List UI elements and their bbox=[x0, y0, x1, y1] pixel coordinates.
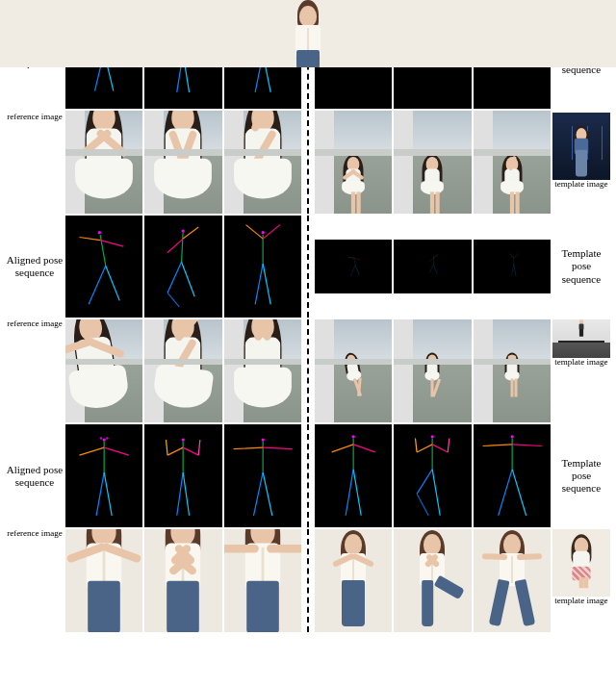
svg-line-72 bbox=[513, 254, 518, 258]
svg-line-42 bbox=[79, 237, 100, 240]
ref-caption: reference image bbox=[6, 113, 64, 122]
tmpl-block-2: template image bbox=[552, 319, 610, 368]
svg-line-63 bbox=[350, 266, 355, 276]
svg-line-64 bbox=[355, 266, 359, 275]
svg-line-99 bbox=[353, 445, 374, 452]
aligned-output-2-2 bbox=[144, 319, 221, 422]
aligned-pose-2-1 bbox=[65, 216, 142, 318]
example-2-pose-row: Aligned pose sequence bbox=[6, 216, 610, 318]
template-pose-3-3 bbox=[474, 424, 551, 527]
template-output-2-3 bbox=[474, 319, 551, 422]
svg-line-85 bbox=[167, 440, 168, 455]
svg-line-50 bbox=[167, 262, 181, 293]
svg-line-62 bbox=[354, 258, 361, 260]
template-output-1-1 bbox=[315, 111, 392, 214]
aligned-pose-3-2 bbox=[144, 424, 221, 527]
svg-line-93 bbox=[263, 447, 293, 449]
svg-line-110 bbox=[432, 470, 440, 516]
svg-line-52 bbox=[182, 262, 195, 296]
svg-line-89 bbox=[183, 472, 189, 516]
aligned-label-2: Aligned pose sequence bbox=[6, 254, 64, 279]
template-output-2-1 bbox=[315, 319, 392, 422]
svg-line-105 bbox=[416, 439, 418, 452]
svg-point-53 bbox=[182, 229, 185, 232]
svg-line-51 bbox=[167, 293, 179, 306]
svg-line-84 bbox=[167, 447, 183, 455]
template-pose-3-1 bbox=[315, 424, 392, 527]
svg-line-79 bbox=[104, 472, 112, 516]
svg-line-108 bbox=[417, 470, 432, 495]
svg-point-90 bbox=[182, 439, 185, 442]
svg-line-109 bbox=[417, 495, 428, 516]
aligned-output-1-2 bbox=[144, 111, 221, 214]
template-image-3 bbox=[552, 529, 610, 597]
svg-line-94 bbox=[253, 472, 263, 516]
svg-point-102 bbox=[352, 436, 355, 439]
reference-image-3 bbox=[0, 0, 616, 67]
svg-line-78 bbox=[96, 472, 104, 516]
ref-caption-2: reference image bbox=[6, 319, 64, 329]
tmpl-caption-2: template image bbox=[552, 358, 610, 368]
svg-line-43 bbox=[100, 240, 123, 245]
template-pose-2-3 bbox=[474, 240, 551, 293]
tmpl-block-3: template image bbox=[552, 529, 610, 606]
svg-line-104 bbox=[417, 445, 432, 452]
template-image-1 bbox=[552, 113, 610, 180]
svg-line-95 bbox=[263, 472, 272, 516]
tmpl-caption-3: template image bbox=[552, 597, 610, 606]
svg-line-113 bbox=[482, 445, 512, 446]
svg-line-55 bbox=[245, 224, 263, 238]
svg-line-88 bbox=[177, 472, 183, 516]
svg-line-71 bbox=[508, 254, 513, 258]
svg-line-60 bbox=[354, 257, 356, 266]
svg-line-68 bbox=[430, 264, 434, 272]
svg-line-47 bbox=[182, 232, 184, 262]
svg-point-96 bbox=[261, 439, 264, 442]
svg-line-106 bbox=[432, 445, 448, 452]
svg-line-74 bbox=[513, 265, 515, 276]
svg-line-107 bbox=[449, 439, 450, 452]
aligned-output-2-1 bbox=[65, 319, 142, 422]
template-output-3-3 bbox=[474, 529, 551, 632]
svg-line-92 bbox=[233, 447, 263, 449]
example-1-photo-row: reference image bbox=[6, 111, 610, 214]
svg-line-115 bbox=[498, 470, 511, 516]
svg-point-81 bbox=[100, 438, 102, 440]
aligned-output-3-1 bbox=[65, 529, 142, 632]
aligned-label-3: Aligned pose sequence bbox=[6, 464, 64, 489]
ref-block-3: reference image bbox=[6, 529, 64, 539]
svg-line-67 bbox=[430, 258, 434, 262]
aligned-output-1-1 bbox=[65, 111, 142, 214]
svg-point-82 bbox=[106, 438, 108, 440]
svg-line-58 bbox=[263, 263, 270, 304]
svg-line-100 bbox=[346, 470, 353, 516]
svg-point-59 bbox=[261, 231, 264, 234]
svg-line-76 bbox=[79, 447, 104, 455]
aligned-pose-2-3 bbox=[224, 216, 301, 318]
example-3-photo-row: reference image bbox=[6, 529, 610, 632]
aligned-output-3-2 bbox=[144, 529, 221, 632]
svg-line-69 bbox=[434, 264, 438, 273]
svg-point-117 bbox=[510, 436, 513, 439]
svg-line-41 bbox=[100, 235, 106, 266]
tmpl-block-1: template image bbox=[552, 111, 610, 190]
svg-line-57 bbox=[255, 263, 263, 304]
pose-alignment-figure: Aligned pose sequence bbox=[6, 6, 610, 632]
aligned-pose-2-2 bbox=[144, 216, 221, 318]
template-label-3: Template pose sequence bbox=[552, 457, 610, 496]
svg-line-56 bbox=[263, 224, 280, 238]
svg-line-49 bbox=[167, 239, 183, 252]
template-output-1-3 bbox=[474, 111, 551, 214]
template-pose-2-1 bbox=[315, 240, 392, 293]
ref-caption-3: reference image bbox=[6, 529, 64, 539]
aligned-pose-3-1 bbox=[65, 424, 142, 527]
example-2-photo-row: reference image bbox=[6, 319, 610, 422]
svg-line-114 bbox=[512, 445, 542, 446]
aligned-output-1-3 bbox=[224, 111, 301, 214]
svg-line-66 bbox=[434, 254, 438, 257]
svg-line-116 bbox=[512, 470, 526, 516]
aligned-output-3-3 bbox=[224, 529, 301, 632]
svg-line-86 bbox=[183, 447, 198, 455]
svg-line-98 bbox=[332, 445, 353, 452]
aligned-output-2-3 bbox=[224, 319, 301, 422]
